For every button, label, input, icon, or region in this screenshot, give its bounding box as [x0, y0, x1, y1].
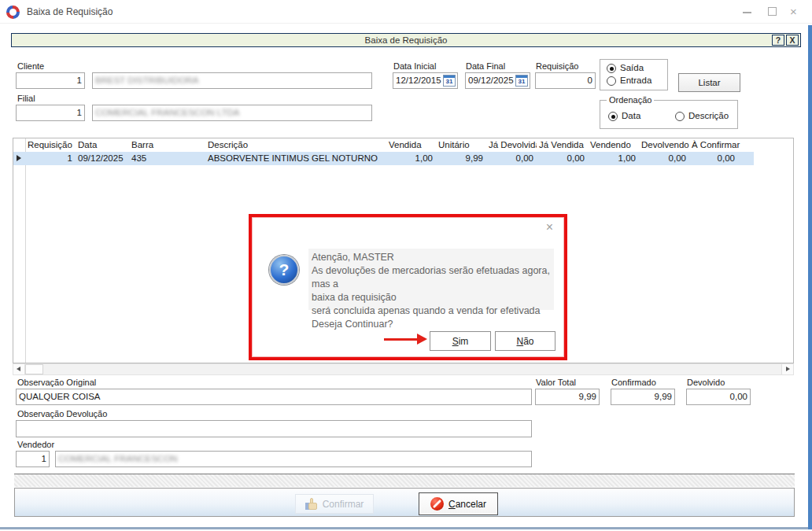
observacao-devolucao-label: Observação Devolução [17, 409, 107, 419]
entrada-radio-label: Entrada [620, 76, 651, 85]
dialog-message: Atenção, MASTER As devoluções de mercado… [312, 251, 552, 331]
app-logo-icon [6, 6, 20, 19]
row-indicator-icon [13, 152, 25, 165]
titlebar: Baixa de Requisição × [0, 0, 812, 24]
grid-header-a-confirmar[interactable]: À Confirmar [689, 138, 754, 152]
entrada-radio[interactable] [607, 76, 616, 86]
data-inicial-field[interactable]: 12/12/2015 31 [393, 72, 458, 89]
help-button[interactable]: ? [772, 35, 784, 46]
scroll-left-button[interactable] [13, 364, 25, 374]
ordenacao-data-radio[interactable] [608, 112, 618, 121]
observacao-original-field[interactable]: QUALQUER COISA [16, 389, 532, 405]
devolvido-field: 0,00 [686, 389, 751, 405]
sim-button[interactable]: Sim [430, 331, 491, 351]
cell-vendendo: 1,00 [588, 152, 639, 165]
filial-name-field[interactable]: COMERCIAL FRANCESCON LTDA [92, 105, 372, 121]
grid-header-data[interactable]: Data [76, 138, 129, 152]
data-inicial-value: 12/12/2015 [396, 76, 441, 85]
grid-header-indicator [13, 138, 25, 152]
scrollbar-thumb[interactable] [25, 364, 43, 374]
requisicao-field[interactable]: 0 [535, 72, 596, 89]
scroll-right-button[interactable] [781, 364, 793, 374]
vendedor-name-field[interactable]: COMERCIAL FRANCESCON [55, 451, 532, 467]
data-final-field[interactable]: 09/12/2025 31 [465, 72, 530, 89]
data-final-value: 09/12/2025 [468, 76, 514, 85]
nao-button[interactable]: Não [495, 331, 555, 351]
cell-descricao: ABSORVENTE INTIMUS GEL NOTURNO [205, 152, 386, 165]
confirmar-button-label: Confirmar [323, 499, 364, 510]
valor-total-label: Valor Total [536, 378, 576, 387]
grid-header-devolvendo[interactable]: Devolvendo [639, 138, 689, 152]
cliente-name-field[interactable]: BREST DISTRIBUIDORA [92, 72, 372, 89]
data-inicial-label: Data Inicial [393, 61, 436, 71]
cliente-code-field[interactable]: 1 [16, 72, 85, 89]
vendedor-name-text: COMERCIAL FRANCESCON [58, 454, 178, 463]
confirmado-label: Confirmado [611, 378, 656, 387]
ordenacao-descricao-label: Descrição [688, 111, 729, 120]
grid-header-vendendo[interactable]: Vendendo [588, 138, 639, 152]
filial-label: Filial [17, 94, 35, 103]
grid-header-ja-devolvida[interactable]: Já Devolvida [486, 138, 537, 152]
grid-header-barra[interactable]: Barra [129, 138, 205, 152]
saida-radio[interactable] [607, 64, 616, 73]
data-final-label: Data Final [466, 61, 505, 71]
thumbs-up-icon [305, 498, 318, 510]
confirmar-button[interactable]: Confirmar [295, 494, 374, 514]
cell-devolvendo: 0,00 [639, 152, 689, 165]
grid-header-vendida[interactable]: Vendida [386, 138, 436, 152]
ordenacao-data-label: Data [622, 111, 640, 120]
grid-header-unitario[interactable]: Unitário [436, 138, 486, 152]
horizontal-scrollbar[interactable] [13, 363, 794, 375]
vendedor-code-field[interactable]: 1 [16, 451, 50, 467]
annotation-arrowhead-icon [417, 334, 427, 345]
app-window: Baixa de Requisição × Baixa de Requisiçã… [0, 0, 812, 531]
grid-indicator-separator [25, 138, 26, 363]
footer-hatch-strip [14, 474, 795, 487]
minimize-icon[interactable] [743, 12, 751, 13]
annotation-arrow-icon [384, 338, 419, 341]
cliente-label: Cliente [17, 61, 44, 71]
window-right-border [808, 25, 812, 529]
cell-unitario: 9,99 [436, 152, 486, 165]
banner-close-button[interactable]: X [786, 35, 799, 46]
confirmado-field: 9,99 [611, 389, 675, 405]
cell-barra: 435 [129, 152, 205, 165]
sim-button-label: Sim [452, 336, 469, 347]
nao-button-label: Não [516, 336, 533, 347]
grid-header-descricao[interactable]: Descrição [205, 138, 386, 152]
grid-header-row: Requisição Data Barra Descrição Vendida … [13, 138, 754, 152]
calendar-icon[interactable]: 31 [443, 75, 456, 87]
requisicao-label: Requisição [536, 61, 578, 71]
dialog-close-icon[interactable]: × [546, 220, 553, 234]
ordenacao-legend: Ordenação [607, 95, 654, 105]
tipo-groupbox: Saída Entrada [600, 59, 668, 90]
form-banner: Baixa de Requisição ? X [11, 33, 801, 47]
window-bottom-border [0, 527, 812, 529]
calendar-icon[interactable]: 31 [515, 75, 528, 87]
action-button-panel [14, 488, 795, 517]
cancel-prohibition-icon [430, 497, 444, 511]
close-icon[interactable]: × [790, 5, 797, 18]
grid-header-ja-vendida[interactable]: Já Vendida [537, 138, 588, 152]
maximize-icon[interactable] [768, 7, 777, 16]
table-row[interactable]: 1 09/12/2025 435 ABSORVENTE INTIMUS GEL … [13, 152, 754, 165]
cell-a-confirmar: 0,00 [689, 152, 754, 165]
cancelar-button[interactable]: Cancelar [419, 492, 498, 515]
filial-name-text: COMERCIAL FRANCESCON LTDA [95, 108, 239, 117]
cell-requisicao: 1 [25, 152, 76, 165]
saida-radio-label: Saída [620, 63, 644, 72]
cell-ja-devolvida: 0,00 [486, 152, 537, 165]
form-title: Baixa de Requisição [12, 35, 800, 45]
cell-vendida: 1,00 [386, 152, 436, 165]
grid-header-requisicao[interactable]: Requisição [25, 138, 76, 152]
observacao-original-label: Observação Original [17, 378, 96, 387]
observacao-devolucao-field[interactable] [16, 420, 532, 437]
ordenacao-descricao-radio[interactable] [675, 112, 685, 121]
vendedor-label: Vendedor [17, 440, 54, 449]
listar-button[interactable]: Listar [678, 73, 740, 92]
devolvido-label: Devolvido [687, 378, 725, 387]
question-icon: ? [269, 255, 299, 285]
cell-data: 09/12/2025 [76, 152, 129, 165]
filial-code-field[interactable]: 1 [16, 105, 85, 121]
window-title: Baixa de Requisição [27, 6, 113, 17]
